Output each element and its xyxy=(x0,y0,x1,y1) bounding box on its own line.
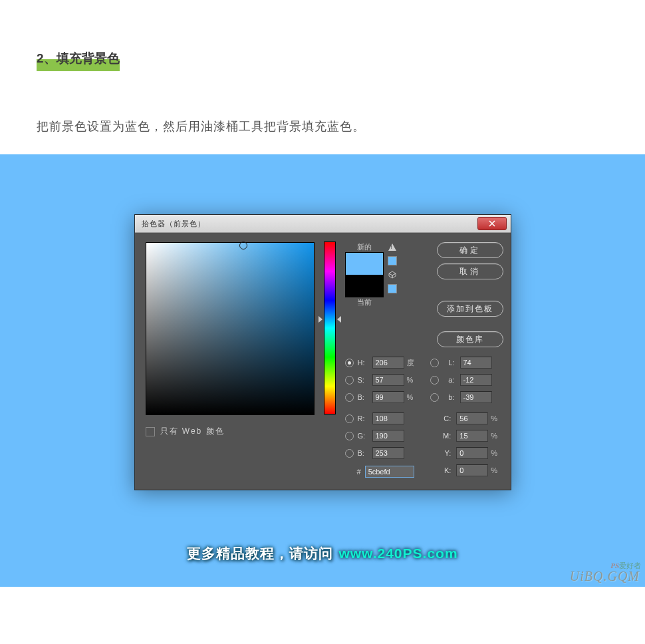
swatch-new-label: 新的 xyxy=(357,242,372,252)
dialog-body: 只有 Web 颜色 新的 当前 xyxy=(135,233,511,490)
hue-slider-arrow-left[interactable] xyxy=(319,316,322,323)
input-b-rgb[interactable] xyxy=(372,447,404,459)
web-only-label: 只有 Web 颜色 xyxy=(160,426,225,437)
label-b-lab: b: xyxy=(443,393,455,401)
swatch-new[interactable] xyxy=(346,253,383,275)
web-only-row: 只有 Web 颜色 xyxy=(146,426,315,437)
dialog-title: 拾色器（前景色） xyxy=(142,219,205,229)
input-c[interactable] xyxy=(456,412,488,424)
label-r: R: xyxy=(358,414,370,422)
unit-b-hsb: % xyxy=(407,393,420,401)
hue-slider[interactable] xyxy=(324,242,336,414)
input-s[interactable] xyxy=(372,374,404,386)
close-button[interactable] xyxy=(477,217,507,230)
step-paragraph: 把前景色设置为蓝色，然后用油漆桶工具把背景填充蓝色。 xyxy=(37,118,608,134)
websafe-swatch[interactable] xyxy=(388,284,397,293)
step-heading: 2、填充背景色 xyxy=(37,51,120,71)
unit-s: % xyxy=(407,376,420,384)
color-picker-dialog: 拾色器（前景色） 只有 Web 颜色 xyxy=(134,214,511,490)
label-g: G: xyxy=(358,432,370,440)
input-b-lab[interactable] xyxy=(460,391,492,403)
unit-h: 度 xyxy=(407,358,420,368)
input-hex[interactable] xyxy=(365,466,414,478)
input-b-hsb[interactable] xyxy=(372,391,404,403)
web-only-checkbox[interactable] xyxy=(146,427,155,436)
label-b-hsb: B: xyxy=(358,393,370,401)
unit-m: % xyxy=(491,432,503,440)
swatch-row: 新的 当前 确定 取消 xyxy=(345,242,503,347)
hue-column xyxy=(324,242,336,414)
label-a: a: xyxy=(443,376,455,384)
radio-s[interactable] xyxy=(345,376,354,385)
radio-a[interactable] xyxy=(430,376,439,385)
input-k[interactable] xyxy=(456,464,488,476)
swatch-current[interactable] xyxy=(346,275,383,297)
radio-l[interactable] xyxy=(430,359,439,367)
label-m: M: xyxy=(440,432,451,440)
left-column: 只有 Web 颜色 xyxy=(146,242,315,479)
swatch-side-icons xyxy=(388,243,397,293)
radio-b-rgb[interactable] xyxy=(345,449,354,458)
swatch-block: 新的 当前 xyxy=(345,242,384,307)
input-a[interactable] xyxy=(460,374,492,386)
close-icon xyxy=(488,220,496,227)
input-g[interactable] xyxy=(372,430,404,442)
gamut-warning-icon[interactable] xyxy=(388,243,396,251)
right-column: 新的 当前 确定 取消 xyxy=(345,242,503,479)
radio-b-lab[interactable] xyxy=(430,393,439,402)
label-c: C: xyxy=(440,414,451,422)
label-s: S: xyxy=(358,376,370,384)
add-swatch-button[interactable]: 添加到色板 xyxy=(437,301,503,317)
hue-slider-arrow-right[interactable] xyxy=(337,316,341,323)
gamut-swatch[interactable] xyxy=(388,256,397,265)
col-hsb-rgb: H: 度 S: % xyxy=(345,354,430,479)
label-h: H: xyxy=(358,359,370,367)
color-library-button[interactable]: 颜色库 xyxy=(437,331,503,347)
dialog-titlebar[interactable]: 拾色器（前景色） xyxy=(135,215,511,233)
swatch-current-label: 当前 xyxy=(357,297,372,307)
article-section: 2、填充背景色 把前景色设置为蓝色，然后用油漆桶工具把背景填充蓝色。 xyxy=(0,0,645,154)
label-k: K: xyxy=(440,466,451,474)
input-y[interactable] xyxy=(456,447,488,459)
footer-text: 更多精品教程，请访问 xyxy=(187,544,333,563)
radio-b-hsb[interactable] xyxy=(345,393,354,402)
unit-k: % xyxy=(491,466,503,474)
input-r[interactable] xyxy=(372,412,404,424)
color-swatch xyxy=(345,252,384,297)
label-l: L: xyxy=(443,359,455,367)
unit-c: % xyxy=(491,414,503,422)
label-b-rgb: B: xyxy=(358,449,370,457)
example-canvas: 拾色器（前景色） 只有 Web 颜色 xyxy=(0,154,645,587)
input-h[interactable] xyxy=(372,357,404,369)
cancel-button[interactable]: 取消 xyxy=(437,263,503,279)
radio-g[interactable] xyxy=(345,432,354,440)
radio-r[interactable] xyxy=(345,414,354,423)
input-m[interactable] xyxy=(456,430,488,442)
unit-y: % xyxy=(491,449,503,457)
radio-h[interactable] xyxy=(345,359,354,367)
cube-icon[interactable] xyxy=(388,271,396,279)
saturation-value-field[interactable] xyxy=(146,242,315,415)
col-lab-cmyk: L: a: b: xyxy=(430,354,503,479)
label-y: Y: xyxy=(440,449,451,457)
ok-button[interactable]: 确定 xyxy=(437,242,503,258)
dialog-buttons: 确定 取消 添加到色板 颜色库 xyxy=(437,242,503,347)
footer-banner: 更多精品教程，请访问 www.240PS.com xyxy=(187,544,457,563)
sv-picker-indicator[interactable] xyxy=(239,242,247,249)
footer-link[interactable]: www.240PS.com xyxy=(338,546,457,562)
label-hex: # xyxy=(357,468,361,476)
color-fields: H: 度 S: % xyxy=(345,354,503,479)
input-l[interactable] xyxy=(460,357,492,369)
watermark-main: UiBQ.GQM xyxy=(570,569,640,584)
